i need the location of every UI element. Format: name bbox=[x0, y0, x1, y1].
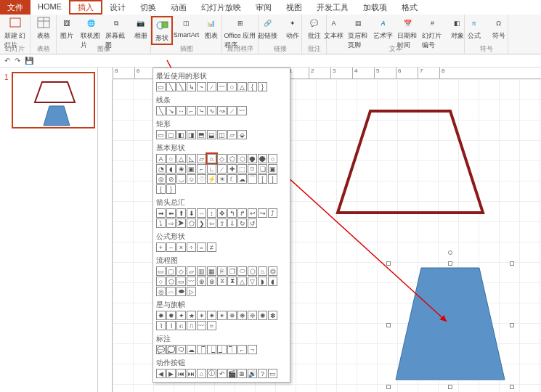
shape-star24[interactable]: ✺ bbox=[258, 311, 267, 320]
picture-button[interactable]: 🖼图片 bbox=[56, 16, 78, 41]
shape-callout-line3[interactable]: ⏌ bbox=[217, 345, 227, 354]
shape-decagon[interactable]: ○ bbox=[268, 154, 277, 163]
shape-divide[interactable]: ÷ bbox=[187, 242, 196, 252]
shape-fc-magnetic[interactable]: ⌓ bbox=[166, 287, 176, 296]
shape-action-blank[interactable]: ▭ bbox=[268, 369, 277, 378]
tab-view[interactable]: 视图 bbox=[279, 0, 309, 15]
shape-fc-predefined[interactable]: ▥ bbox=[197, 266, 206, 276]
shape-fc-manual-input[interactable]: ⏢ bbox=[258, 266, 267, 276]
tab-format[interactable]: 格式 bbox=[394, 0, 425, 15]
shape-fc-multidoc[interactable]: ❐ bbox=[227, 266, 237, 276]
shape-chord[interactable]: ◖ bbox=[166, 164, 176, 173]
shape-arrow-striped[interactable]: ⇨ bbox=[166, 219, 176, 228]
shape-block-arc[interactable]: ◡ bbox=[176, 174, 186, 184]
shape-equal[interactable]: = bbox=[197, 242, 206, 252]
shape-fc-delay[interactable]: ◖ bbox=[268, 277, 277, 286]
shape-sun[interactable]: ☀ bbox=[217, 174, 227, 184]
shape-rect[interactable]: ▭ bbox=[156, 82, 166, 91]
shape-callout-line[interactable]: ⎾ bbox=[197, 345, 206, 354]
shape-fc-decision[interactable]: ◇ bbox=[176, 266, 186, 276]
shape-arrow-lr[interactable]: ↔ bbox=[197, 208, 206, 218]
shape-round-rect[interactable]: ⬙ bbox=[237, 130, 247, 139]
handle-e[interactable] bbox=[510, 323, 514, 327]
shape-parallelogram[interactable]: ▱ bbox=[197, 154, 206, 163]
shape-line[interactable]: ╲ bbox=[156, 106, 166, 115]
shape-freeform[interactable]: ⟋ bbox=[227, 106, 237, 115]
tab-insert[interactable]: 插入 bbox=[69, 0, 102, 15]
shape-scroll-v[interactable]: ⎌ bbox=[176, 321, 186, 330]
shape-rt-triangle[interactable]: ◺ bbox=[187, 154, 196, 163]
shape-arrow-curved[interactable]: ⤴ bbox=[268, 208, 277, 218]
shape-not-equal[interactable]: ≠ bbox=[207, 242, 216, 252]
shape-star12[interactable]: ❋ bbox=[237, 311, 247, 320]
shape-freeform[interactable]: ⟋ bbox=[207, 82, 216, 91]
shape-star16[interactable]: ❊ bbox=[248, 311, 257, 320]
tab-file[interactable]: 文件 bbox=[0, 0, 30, 15]
shape-arrow-d[interactable]: ⬇ bbox=[187, 208, 196, 218]
shape-action-doc[interactable]: 🗎 bbox=[237, 369, 247, 378]
shape-fc-sort[interactable]: ⧗ bbox=[227, 277, 237, 286]
shape-donut[interactable]: ◎ bbox=[156, 174, 166, 184]
shape-arrow-ud[interactable]: ↕ bbox=[207, 208, 216, 218]
handle-se[interactable] bbox=[510, 385, 514, 389]
handle-w[interactable] bbox=[386, 323, 391, 327]
shape-no-symbol[interactable]: ⊘ bbox=[166, 174, 176, 184]
shape-wave[interactable]: 〰 bbox=[197, 321, 206, 330]
shape-moon[interactable]: ☾ bbox=[227, 174, 237, 184]
shape-oval[interactable]: ○ bbox=[166, 154, 176, 163]
action-button[interactable]: ✦动作 bbox=[282, 16, 304, 41]
shape-bevel[interactable]: ▣ bbox=[268, 164, 277, 173]
shape-brace[interactable]: { bbox=[156, 184, 166, 194]
shape-snip-rect[interactable]: ◨ bbox=[187, 130, 196, 139]
shape-round-rect[interactable]: ⬓ bbox=[207, 130, 216, 139]
shape-arrow-bent[interactable]: ↱ bbox=[237, 208, 247, 218]
shape-snip-rect[interactable]: ⬒ bbox=[197, 130, 206, 139]
shape-explosion[interactable]: ✸ bbox=[156, 311, 166, 320]
shape-star6[interactable]: ✶ bbox=[197, 311, 206, 320]
shape-fc-direct[interactable]: ⬬ bbox=[176, 287, 186, 296]
shape-diag-stripe[interactable]: ⟋ bbox=[217, 164, 227, 173]
shape-star32[interactable]: ✽ bbox=[268, 311, 277, 320]
shape-action-end[interactable]: ⏭ bbox=[187, 369, 196, 378]
tab-design[interactable]: 设计 bbox=[102, 0, 133, 15]
shape-star5[interactable]: ★ bbox=[187, 311, 196, 320]
header-footer-button[interactable]: ▤页眉和页脚 bbox=[348, 16, 370, 50]
shape-callout-border2[interactable]: ¬ bbox=[248, 345, 257, 354]
shape-arrow-u-turn[interactable]: ↪ bbox=[258, 208, 267, 218]
handle-ne[interactable] bbox=[510, 261, 514, 266]
shape-round-rect[interactable]: ◫ bbox=[217, 130, 227, 139]
shape-pie[interactable]: ◔ bbox=[156, 164, 166, 173]
shape-lightning[interactable]: ⚡ bbox=[207, 174, 216, 184]
shape-textbox[interactable]: A bbox=[156, 154, 166, 163]
shape-fc-display[interactable]: ▷ bbox=[187, 287, 196, 296]
shape-arrow-callout[interactable]: ⇦ bbox=[207, 219, 216, 228]
shape-star7[interactable]: ✷ bbox=[207, 311, 216, 320]
tab-dev[interactable]: 开发工具 bbox=[309, 0, 356, 15]
shape-fc-seq[interactable]: ◎ bbox=[156, 287, 166, 296]
shape-arrow-r[interactable]: ➡ bbox=[156, 208, 166, 218]
table-button[interactable]: 表格 bbox=[33, 16, 54, 41]
qat-redo-icon[interactable]: ↷ bbox=[15, 57, 20, 65]
shape-line[interactable]: ╲ bbox=[166, 82, 176, 91]
shape-round-rect[interactable]: ▱ bbox=[227, 130, 237, 139]
shape-ribbon2[interactable]: ⌇ bbox=[166, 321, 176, 330]
shape-fc-card[interactable]: ▭ bbox=[176, 277, 186, 286]
shape-cloud[interactable]: ☁ bbox=[237, 174, 247, 184]
tab-home[interactable]: HOME bbox=[30, 0, 69, 15]
shape-action-home[interactable]: ⌂ bbox=[197, 369, 206, 378]
handle-n[interactable] bbox=[448, 261, 452, 266]
shape-bracket[interactable]: [ bbox=[258, 174, 267, 184]
shape-curve-arrow[interactable]: ↝ bbox=[217, 106, 227, 115]
shape-round-rect[interactable]: ▢ bbox=[166, 130, 176, 139]
shape-arrow-line[interactable]: ↘ bbox=[166, 106, 176, 115]
shape-arc[interactable]: ⌒ bbox=[248, 174, 257, 184]
shape-octagon[interactable]: ⯄ bbox=[258, 154, 267, 163]
shape-arrow-callout[interactable]: ⇩ bbox=[227, 219, 237, 228]
shape-explosion2[interactable]: ✹ bbox=[166, 311, 176, 320]
shape-fc-data[interactable]: ▱ bbox=[187, 266, 196, 276]
shape-trapezoid[interactable]: ⏢ bbox=[207, 154, 216, 163]
shape-curve[interactable]: ∿ bbox=[207, 106, 216, 115]
comment-button[interactable]: 💬批注 bbox=[304, 16, 325, 41]
shape-arrow-notched[interactable]: ⮞ bbox=[176, 219, 186, 228]
shape-frame[interactable]: ▣ bbox=[187, 164, 196, 173]
